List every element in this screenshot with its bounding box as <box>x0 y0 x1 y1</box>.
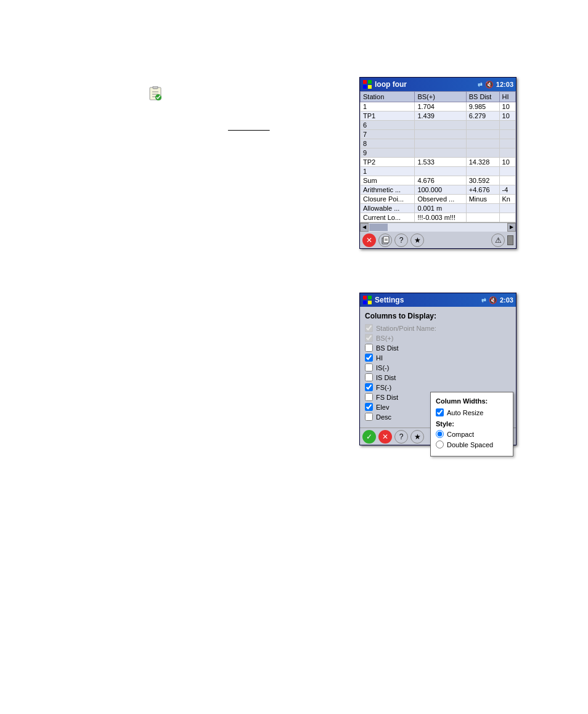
scroll-up-btn[interactable] <box>507 235 513 245</box>
cell-bsdist <box>466 204 499 213</box>
svg-rect-7 <box>368 80 372 84</box>
auto-resize-checkbox[interactable] <box>436 408 444 416</box>
cell-station: 1 <box>361 102 415 112</box>
data-table-container: Station BS(+) BS Dist HI 11.7049.98510TP… <box>360 91 516 222</box>
cell-bsdist: 9.985 <box>466 102 499 112</box>
svg-rect-17 <box>368 301 372 304</box>
help-button[interactable]: ? <box>394 233 408 247</box>
compact-radio[interactable] <box>436 430 444 438</box>
checkbox-bs <box>365 334 373 342</box>
table-row: TP21.53314.32810 <box>361 158 516 167</box>
checkbox-fs[interactable] <box>365 383 373 391</box>
checkbox-label-3: HI <box>376 354 383 362</box>
cell-bsdist <box>466 139 499 148</box>
cell-hi: 10 <box>499 112 515 121</box>
ok-button[interactable]: ✓ <box>362 430 376 444</box>
cell-hi: 10 <box>499 158 515 167</box>
table-row: 6 <box>361 121 516 130</box>
cell-station: Current Lo... <box>361 213 415 222</box>
copy-button[interactable] <box>378 233 392 247</box>
settings-star-button[interactable]: ★ <box>410 430 424 444</box>
checkbox-stationpointname <box>365 324 373 332</box>
checkbox-bsdist[interactable] <box>365 344 373 352</box>
cell-bs: 0.001 m <box>415 204 466 213</box>
compact-label: Compact <box>447 431 474 438</box>
cell-bs <box>415 130 466 139</box>
checkbox-label-4: IS(-) <box>376 364 389 371</box>
table-row: Closure Poi...Observed ...MinusKn <box>361 195 516 204</box>
cell-bsdist: 30.592 <box>466 176 499 185</box>
cell-bs <box>415 167 466 176</box>
cell-bsdist: 6.279 <box>466 112 499 121</box>
cell-station: Allowable ... <box>361 204 415 213</box>
cell-station: Sum <box>361 176 415 185</box>
checkbox-row-0: Station/Point Name: <box>365 324 511 332</box>
checkbox-fsdist[interactable] <box>365 393 373 401</box>
cell-bs: 4.676 <box>415 176 466 185</box>
checkbox-row-3: HI <box>365 354 511 362</box>
star-button[interactable]: ★ <box>410 233 424 247</box>
scroll-track[interactable] <box>369 223 507 232</box>
col-bsdist: BS Dist <box>466 92 499 102</box>
svg-rect-16 <box>363 301 367 304</box>
checkbox-label-1: BS(+) <box>376 335 393 342</box>
windows-logo-icon <box>362 79 372 89</box>
settings-body: Columns to Display: Station/Point Name:B… <box>360 307 516 428</box>
cell-station: TP2 <box>361 158 415 167</box>
settings-help-button[interactable]: ? <box>394 430 408 444</box>
checkbox-label-2: BS Dist <box>376 344 399 352</box>
checkbox-label-5: IS Dist <box>376 374 396 381</box>
desktop-icon[interactable] <box>148 86 163 101</box>
cell-bsdist <box>466 167 499 176</box>
cell-bs: 1.533 <box>415 158 466 167</box>
cell-bs: 1.439 <box>415 112 466 121</box>
checkbox-label-8: Elev <box>376 404 389 411</box>
checkbox-hi[interactable] <box>365 354 373 362</box>
cell-bs <box>415 139 466 148</box>
cell-station: 7 <box>361 130 415 139</box>
cell-hi <box>499 121 515 130</box>
column-widths-popup: Column Widths: Auto Resize Style: Compac… <box>430 392 513 456</box>
checkbox-elev[interactable] <box>365 403 373 411</box>
window-settings-titlebar: Settings ⇄ 🔇 2:03 <box>360 293 516 307</box>
svg-rect-6 <box>363 80 367 84</box>
cell-bsdist <box>466 130 499 139</box>
window-settings-title: Settings <box>375 296 481 304</box>
checkbox-desc[interactable] <box>365 413 373 421</box>
cell-bs: 100.000 <box>415 185 466 195</box>
scroll-left-btn[interactable]: ◀ <box>360 223 369 232</box>
windows-logo-icon-2 <box>362 295 372 305</box>
table-row: Allowable ...0.001 m <box>361 204 516 213</box>
scroll-right-btn[interactable]: ▶ <box>507 223 516 232</box>
window-settings-time: 2:03 <box>500 296 513 304</box>
warn-button[interactable]: ⚠ <box>491 233 505 247</box>
horizontal-scrollbar[interactable]: ◀ ▶ <box>360 222 516 231</box>
double-spaced-radio[interactable] <box>436 440 444 448</box>
table-header-row: Station BS(+) BS Dist HI <box>361 92 516 102</box>
table-row: 11.7049.98510 <box>361 102 516 112</box>
cell-bs: 1.704 <box>415 102 466 112</box>
close-button[interactable]: ✕ <box>362 233 376 247</box>
table-row: TP11.4396.27910 <box>361 112 516 121</box>
svg-rect-8 <box>363 85 367 89</box>
settings-close-button[interactable]: ✕ <box>378 430 392 444</box>
cell-station: Closure Poi... <box>361 195 415 204</box>
cell-hi <box>499 204 515 213</box>
checkbox-row-6: FS(-) <box>365 383 511 391</box>
checkbox-row-2: BS Dist <box>365 344 511 352</box>
cell-hi <box>499 148 515 158</box>
cell-bs: !!!-0.003 m!!! <box>415 213 466 222</box>
table-row: 9 <box>361 148 516 158</box>
style-label: Style: <box>436 420 508 428</box>
checkbox-is[interactable] <box>365 363 373 371</box>
checkbox-isdist[interactable] <box>365 373 373 381</box>
scroll-thumb[interactable] <box>369 224 388 231</box>
loop-data-table: Station BS(+) BS Dist HI 11.7049.98510TP… <box>360 91 516 222</box>
signal-icon-2: ⇄ <box>481 297 486 303</box>
compact-row: Compact <box>436 430 508 438</box>
cell-bs <box>415 121 466 130</box>
window-loop-time: 12:03 <box>496 81 513 88</box>
cell-hi: -4 <box>499 185 515 195</box>
cell-hi <box>499 176 515 185</box>
svg-rect-11 <box>383 237 389 243</box>
